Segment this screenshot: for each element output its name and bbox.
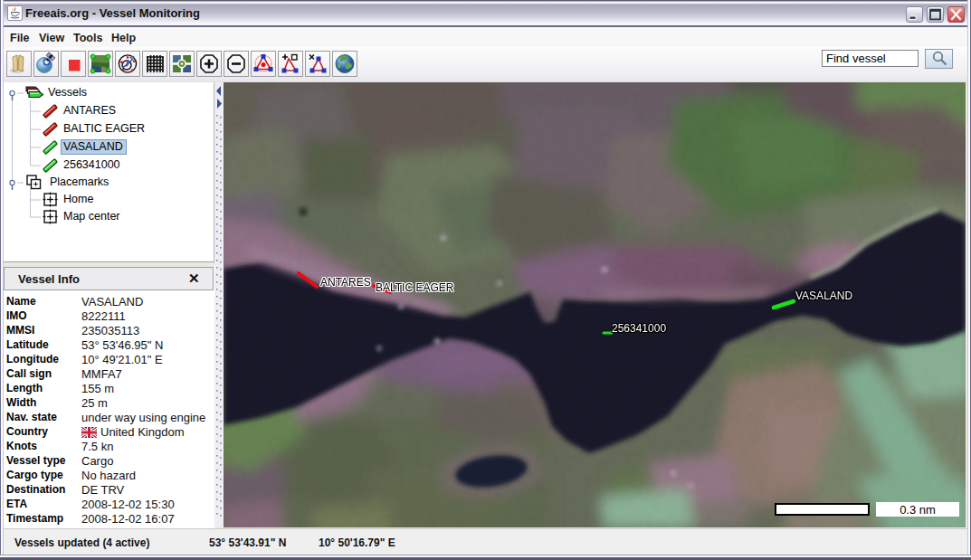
svg-text:0.3 nm: 0.3 nm: [900, 503, 936, 517]
